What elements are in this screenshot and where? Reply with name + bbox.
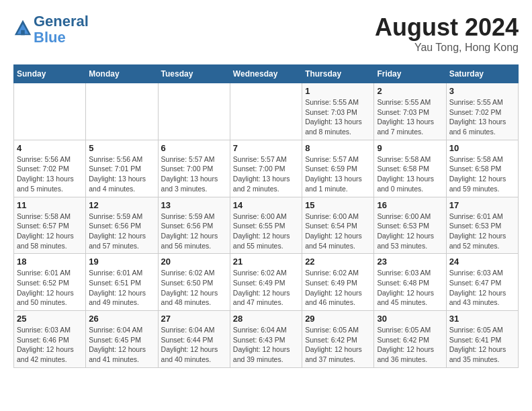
calendar-cell: 20Sunrise: 6:02 AMSunset: 6:50 PMDayligh… [158,254,230,311]
weekday-header-row: SundayMondayTuesdayWednesdayThursdayFrid… [14,65,519,83]
calendar-cell: 22Sunrise: 6:02 AMSunset: 6:49 PMDayligh… [302,254,374,311]
day-number: 13 [161,200,227,210]
day-info: Sunrise: 5:58 AMSunset: 6:58 PMDaylight:… [377,154,443,194]
day-number: 25 [17,314,83,324]
day-info: Sunrise: 6:03 AMSunset: 6:47 PMDaylight:… [449,268,515,308]
calendar-cell: 30Sunrise: 6:05 AMSunset: 6:42 PMDayligh… [374,311,446,368]
day-info: Sunrise: 5:55 AMSunset: 7:03 PMDaylight:… [305,97,371,137]
weekday-header-tuesday: Tuesday [158,65,230,83]
day-number: 12 [89,200,154,210]
calendar-cell: 27Sunrise: 6:04 AMSunset: 6:44 PMDayligh… [158,311,230,368]
calendar-header: SundayMondayTuesdayWednesdayThursdayFrid… [14,65,519,83]
logo-text: General Blue [34,13,89,46]
calendar-cell: 5Sunrise: 5:56 AMSunset: 7:01 PMDaylight… [86,140,158,197]
day-info: Sunrise: 5:57 AMSunset: 7:00 PMDaylight:… [161,154,227,194]
day-info: Sunrise: 6:03 AMSunset: 6:46 PMDaylight:… [17,325,83,365]
day-info: Sunrise: 6:00 AMSunset: 6:53 PMDaylight:… [377,212,443,251]
weekday-header-sunday: Sunday [14,65,86,83]
day-info: Sunrise: 6:04 AMSunset: 6:44 PMDaylight:… [161,325,227,365]
day-number: 24 [449,257,515,267]
calendar-cell: 24Sunrise: 6:03 AMSunset: 6:47 PMDayligh… [446,254,518,311]
day-info: Sunrise: 6:00 AMSunset: 6:55 PMDaylight:… [233,212,299,251]
calendar-cell [14,83,86,140]
day-number: 30 [377,314,443,324]
day-info: Sunrise: 5:57 AMSunset: 7:00 PMDaylight:… [233,154,299,194]
calendar-cell: 10Sunrise: 5:58 AMSunset: 6:58 PMDayligh… [446,140,518,197]
calendar-cell: 23Sunrise: 6:03 AMSunset: 6:48 PMDayligh… [374,254,446,311]
day-number: 22 [305,257,371,267]
day-number: 21 [233,257,299,267]
calendar-cell: 21Sunrise: 6:02 AMSunset: 6:49 PMDayligh… [230,254,302,311]
day-number: 14 [233,200,299,210]
month-title: August 2024 [375,13,519,42]
day-info: Sunrise: 6:02 AMSunset: 6:49 PMDaylight:… [305,268,371,308]
day-number: 17 [449,200,515,210]
day-info: Sunrise: 5:57 AMSunset: 6:59 PMDaylight:… [305,154,371,194]
day-number: 7 [233,143,299,153]
day-info: Sunrise: 6:01 AMSunset: 6:52 PMDaylight:… [17,268,83,308]
day-number: 3 [449,86,515,96]
weekday-header-wednesday: Wednesday [230,65,302,83]
weekday-header-saturday: Saturday [446,65,518,83]
day-info: Sunrise: 6:05 AMSunset: 6:41 PMDaylight:… [449,325,515,365]
day-number: 11 [17,200,83,210]
svg-rect-2 [21,30,25,35]
location-subtitle: Yau Tong, Hong Kong [375,42,519,54]
day-info: Sunrise: 5:59 AMSunset: 6:56 PMDaylight:… [161,212,227,251]
calendar-week-1: 1Sunrise: 5:55 AMSunset: 7:03 PMDaylight… [14,83,519,140]
calendar-cell: 11Sunrise: 5:58 AMSunset: 6:57 PMDayligh… [14,197,86,254]
calendar-cell: 13Sunrise: 5:59 AMSunset: 6:56 PMDayligh… [158,197,230,254]
calendar-week-4: 18Sunrise: 6:01 AMSunset: 6:52 PMDayligh… [14,254,519,311]
calendar-cell: 26Sunrise: 6:04 AMSunset: 6:45 PMDayligh… [86,311,158,368]
day-number: 2 [377,86,443,96]
day-number: 4 [17,143,83,153]
day-number: 19 [89,257,154,267]
day-number: 9 [377,143,443,153]
calendar-cell: 29Sunrise: 6:05 AMSunset: 6:42 PMDayligh… [302,311,374,368]
calendar-cell: 17Sunrise: 6:01 AMSunset: 6:53 PMDayligh… [446,197,518,254]
day-info: Sunrise: 6:00 AMSunset: 6:54 PMDaylight:… [305,212,371,251]
weekday-header-thursday: Thursday [302,65,374,83]
day-number: 15 [305,200,371,210]
weekday-header-friday: Friday [374,65,446,83]
title-block: August 2024 Yau Tong, Hong Kong [375,13,519,54]
day-number: 1 [305,86,371,96]
calendar-week-5: 25Sunrise: 6:03 AMSunset: 6:46 PMDayligh… [14,311,519,368]
calendar-week-3: 11Sunrise: 5:58 AMSunset: 6:57 PMDayligh… [14,197,519,254]
day-info: Sunrise: 6:02 AMSunset: 6:50 PMDaylight:… [161,268,227,308]
day-info: Sunrise: 6:03 AMSunset: 6:48 PMDaylight:… [377,268,443,308]
day-info: Sunrise: 6:05 AMSunset: 6:42 PMDaylight:… [377,325,443,365]
day-info: Sunrise: 5:59 AMSunset: 6:56 PMDaylight:… [89,212,154,251]
day-info: Sunrise: 6:04 AMSunset: 6:43 PMDaylight:… [233,325,299,365]
calendar-cell: 28Sunrise: 6:04 AMSunset: 6:43 PMDayligh… [230,311,302,368]
calendar-cell [86,83,158,140]
calendar-cell: 25Sunrise: 6:03 AMSunset: 6:46 PMDayligh… [14,311,86,368]
calendar-cell: 3Sunrise: 5:55 AMSunset: 7:02 PMDaylight… [446,83,518,140]
day-number: 10 [449,143,515,153]
day-info: Sunrise: 5:55 AMSunset: 7:02 PMDaylight:… [449,97,515,137]
day-number: 23 [377,257,443,267]
day-number: 31 [449,314,515,324]
weekday-header-monday: Monday [86,65,158,83]
calendar-cell: 14Sunrise: 6:00 AMSunset: 6:55 PMDayligh… [230,197,302,254]
calendar-cell: 6Sunrise: 5:57 AMSunset: 7:00 PMDaylight… [158,140,230,197]
calendar-cell: 9Sunrise: 5:58 AMSunset: 6:58 PMDaylight… [374,140,446,197]
day-number: 28 [233,314,299,324]
day-info: Sunrise: 5:58 AMSunset: 6:58 PMDaylight:… [449,154,515,194]
logo: General Blue [13,13,89,46]
day-number: 8 [305,143,371,153]
calendar-cell: 12Sunrise: 5:59 AMSunset: 6:56 PMDayligh… [86,197,158,254]
day-info: Sunrise: 6:05 AMSunset: 6:42 PMDaylight:… [305,325,371,365]
day-info: Sunrise: 6:04 AMSunset: 6:45 PMDaylight:… [89,325,154,365]
page-header: General Blue August 2024 Yau Tong, Hong … [13,13,519,54]
calendar-cell: 19Sunrise: 6:01 AMSunset: 6:51 PMDayligh… [86,254,158,311]
calendar-cell: 4Sunrise: 5:56 AMSunset: 7:02 PMDaylight… [14,140,86,197]
day-number: 20 [161,257,227,267]
calendar-cell [158,83,230,140]
day-number: 26 [89,314,154,324]
day-number: 29 [305,314,371,324]
calendar-cell: 18Sunrise: 6:01 AMSunset: 6:52 PMDayligh… [14,254,86,311]
calendar-cell [230,83,302,140]
day-info: Sunrise: 6:01 AMSunset: 6:51 PMDaylight:… [89,268,154,308]
day-number: 6 [161,143,227,153]
